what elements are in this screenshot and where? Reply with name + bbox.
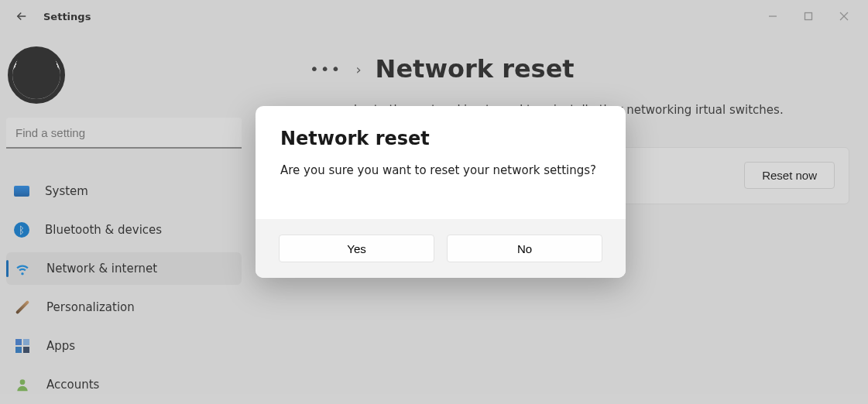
dialog-title: Network reset [280, 128, 601, 149]
dialog-message: Are you sure you want to reset your netw… [280, 163, 601, 177]
dialog-yes-button[interactable]: Yes [279, 235, 434, 262]
confirm-dialog: Network reset Are you sure you want to r… [256, 106, 626, 278]
dialog-no-button[interactable]: No [447, 235, 602, 262]
